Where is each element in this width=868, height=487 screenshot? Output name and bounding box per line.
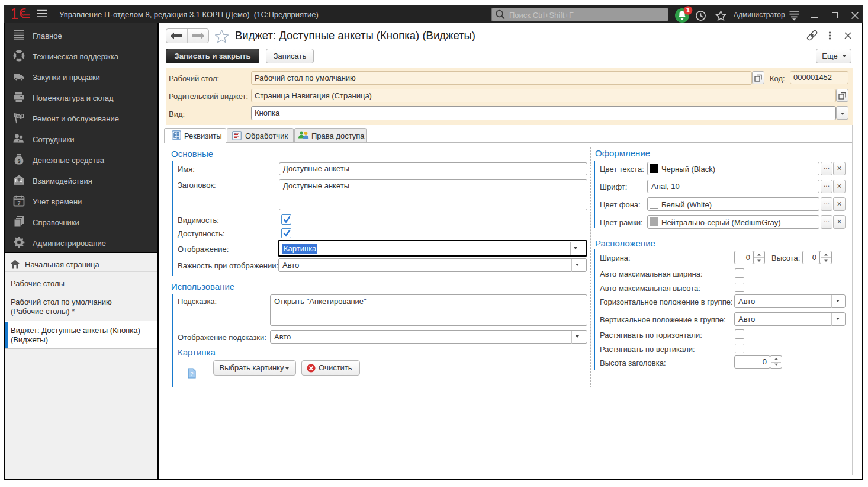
svg-text:?: ? xyxy=(190,371,193,377)
svg-text:1: 1 xyxy=(686,7,690,14)
svg-text:$: $ xyxy=(18,158,21,164)
svg-text:7: 7 xyxy=(17,200,20,206)
